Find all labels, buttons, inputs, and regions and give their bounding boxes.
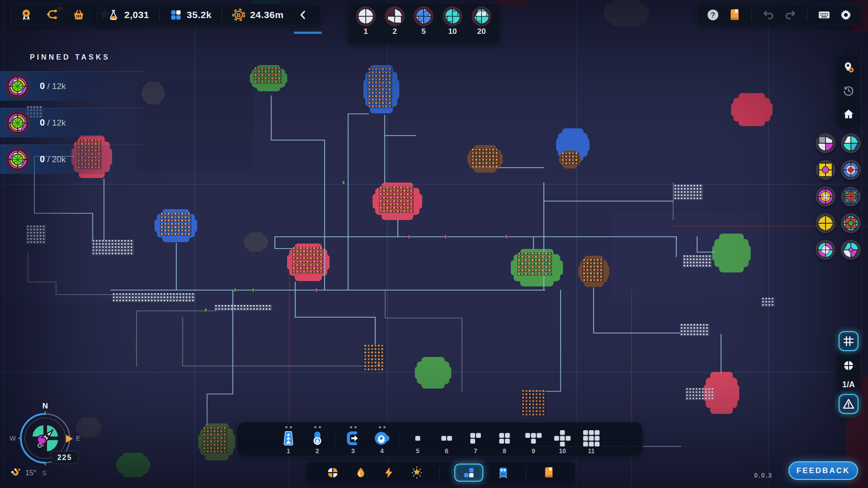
settings-button[interactable] — [838, 7, 854, 23]
category-trains[interactable] — [495, 465, 511, 481]
category-guide[interactable] — [541, 465, 557, 481]
toolbar-slot-1[interactable]: 1 — [274, 424, 302, 455]
shapes-icon — [170, 9, 182, 21]
feedback-button[interactable]: FEEDBACK — [788, 461, 858, 480]
toolbar-slot-10[interactable]: 10 — [548, 424, 576, 455]
home-icon — [842, 108, 855, 121]
shape-badge-8[interactable] — [840, 213, 861, 235]
toolbar-slot-6[interactable]: 6 — [433, 424, 461, 455]
redo-icon — [783, 8, 797, 22]
divider — [439, 467, 440, 479]
collapse-resources-button[interactable] — [295, 7, 311, 23]
slot-hotkey: 7 — [474, 447, 477, 455]
slot-hotkey: 9 — [532, 447, 535, 455]
variant-dots — [350, 425, 357, 429]
pinned-tasks-title: PINNED TASKS — [30, 53, 110, 61]
magnet-snap-button[interactable] — [10, 467, 22, 479]
pinned-task-row[interactable]: 0 / 20k — [0, 145, 145, 174]
shape-badge-7[interactable] — [815, 213, 836, 235]
platform-5-icon — [409, 430, 426, 447]
platform-6-icon — [438, 430, 455, 447]
book-icon — [728, 8, 741, 22]
output-icon — [344, 430, 362, 447]
toolbar-slot-7[interactable]: 7 — [462, 424, 490, 455]
platform-9-icon — [525, 430, 542, 447]
flask-icon — [107, 9, 120, 21]
history-button[interactable] — [839, 81, 859, 101]
shop-button[interactable] — [71, 7, 86, 23]
shape-badge-4[interactable] — [840, 160, 861, 182]
compass[interactable]: N W E S 225 15° — [4, 398, 90, 488]
compass-e: E — [76, 434, 80, 442]
slot-hotkey: 5 — [416, 447, 420, 455]
variant-dots — [285, 425, 292, 429]
top-right-panel: ? — [698, 4, 861, 26]
cutter-icon — [373, 430, 391, 447]
slot-hotkey: 6 — [445, 447, 448, 455]
help-icon: ? — [706, 8, 720, 22]
category-effects[interactable] — [409, 465, 425, 481]
shape-badge-2[interactable] — [840, 133, 861, 155]
pipe-icon — [309, 430, 326, 447]
shape-pin-10[interactable]: 10 — [441, 5, 464, 36]
alerts-button[interactable] — [839, 394, 859, 414]
help-button[interactable]: ? — [705, 7, 721, 23]
guide-button[interactable] — [727, 7, 742, 23]
shapes-layer-button[interactable] — [839, 356, 859, 375]
shape-badge-10[interactable] — [840, 239, 861, 262]
routes-button[interactable] — [45, 7, 60, 23]
game-screen: 1 2,031 35.2k B 24.36m 1251020 ? PINNED … — [0, 0, 868, 488]
toolbar-slot-11[interactable]: 11 — [577, 424, 605, 455]
shape-pin-20[interactable]: 20 — [470, 5, 493, 36]
path-icon — [46, 8, 59, 22]
shape-badge-9[interactable] — [815, 239, 836, 262]
shape-badge-3[interactable] — [815, 160, 836, 182]
platform-11-icon — [583, 430, 600, 447]
achievements-button[interactable] — [19, 7, 34, 23]
shape-badge-1[interactable] — [815, 133, 836, 155]
history-icon — [842, 84, 855, 98]
shape-pin-icon — [413, 6, 434, 27]
compass-n: N — [42, 402, 48, 410]
shape-pin-count: 20 — [477, 27, 486, 36]
shortcuts-button[interactable] — [816, 7, 832, 23]
shape-pins-panel: 1251020 — [347, 3, 500, 44]
toolbar-slot-8[interactable]: 8 — [491, 424, 519, 455]
category-bar — [306, 462, 576, 483]
shape-pin-count: 2 — [392, 27, 396, 36]
redo-button[interactable] — [783, 7, 798, 23]
pinned-task-row[interactable]: 0 / 12k — [0, 108, 145, 137]
undo-button[interactable] — [761, 7, 776, 23]
platform-8-icon — [496, 430, 513, 447]
science-resource: 2,031 — [107, 9, 149, 21]
shape-pin-5[interactable]: 5 — [412, 5, 435, 36]
category-shapes[interactable] — [325, 465, 341, 481]
resources-panel: 2,031 35.2k B 24.36m — [97, 4, 321, 26]
shape-pin-1[interactable]: 1 — [354, 5, 377, 36]
divider — [335, 429, 335, 450]
add-waypoint-button[interactable] — [839, 57, 859, 77]
toolbar-slot-9[interactable]: 9 — [519, 424, 547, 455]
grid-toggle-button[interactable] — [839, 331, 859, 351]
toolbar-slot-4[interactable]: 4 — [368, 424, 396, 455]
toolbar-slot-5[interactable]: 5 — [404, 424, 432, 455]
category-fluids[interactable] — [353, 465, 369, 481]
category-power[interactable] — [381, 465, 397, 481]
grid-icon — [842, 335, 855, 347]
variant-dots — [379, 425, 386, 429]
category-platforms[interactable] — [454, 464, 483, 482]
keyboard-icon — [817, 8, 831, 22]
warning-icon — [842, 398, 855, 410]
slot-hotkey: 10 — [559, 447, 566, 455]
shape-badge-6[interactable] — [840, 186, 861, 208]
shapes-resource: 35.2k — [170, 9, 212, 21]
toolbar-slot-3[interactable]: 3 — [339, 424, 367, 455]
pinned-task-row[interactable]: 0 / 12k — [0, 71, 145, 101]
toolbar-slot-2[interactable]: 2 — [303, 424, 331, 455]
shape-pin-count: 10 — [448, 27, 457, 36]
home-button[interactable] — [839, 104, 859, 124]
divider — [222, 9, 222, 21]
currency-value: 24.36m — [250, 9, 283, 20]
shape-pin-2[interactable]: 2 — [383, 5, 406, 36]
shape-badge-5[interactable] — [815, 186, 836, 208]
